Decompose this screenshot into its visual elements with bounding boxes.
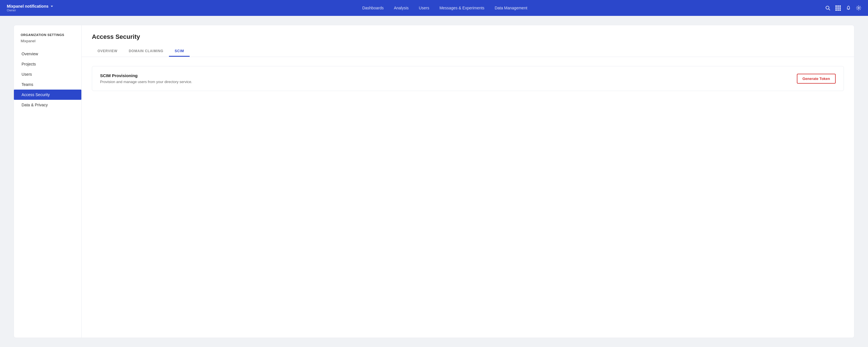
nav-dashboards[interactable]: Dashboards	[362, 4, 384, 11]
search-icon[interactable]	[825, 5, 830, 10]
sidebar-item-data-privacy[interactable]: Data & Privacy	[14, 100, 81, 110]
generate-token-button[interactable]: Generate Token	[797, 74, 836, 84]
sidebar: ORGANIZATION SETTINGS Mixpanel Overview …	[13, 25, 82, 338]
sidebar-item-users[interactable]: Users	[14, 69, 81, 80]
top-nav: Mixpanel notifications Owner Dashboards …	[0, 0, 868, 16]
svg-point-3	[848, 9, 849, 10]
sidebar-org-name: Mixpanel	[14, 38, 81, 49]
tab-bar: OVERVIEW DOMAIN CLAIMING SCIM	[92, 46, 844, 57]
scim-info: SCIM Provisioning Provision and manage u…	[100, 73, 192, 84]
settings-icon[interactable]	[856, 5, 861, 10]
svg-line-1	[829, 9, 830, 10]
sidebar-section-label: ORGANIZATION SETTINGS	[14, 33, 81, 38]
nav-links: Dashboards Analysis Users Messages & Exp…	[64, 4, 825, 11]
nav-users[interactable]: Users	[419, 4, 430, 11]
content-body: SCIM Provisioning Provision and manage u…	[82, 57, 854, 100]
nav-messages-experiments[interactable]: Messages & Experiments	[439, 4, 485, 11]
grid-icon[interactable]	[835, 5, 841, 11]
svg-point-4	[858, 7, 860, 9]
brand-chevron-icon	[51, 6, 53, 7]
sidebar-item-access-security[interactable]: Access Security	[14, 90, 81, 100]
tab-domain-claiming[interactable]: DOMAIN CLAIMING	[123, 46, 169, 57]
page-title: Access Security	[92, 33, 844, 40]
bell-icon[interactable]	[846, 5, 851, 10]
tab-scim[interactable]: SCIM	[169, 46, 190, 57]
nav-data-management[interactable]: Data Management	[495, 4, 527, 11]
scim-title: SCIM Provisioning	[100, 73, 192, 78]
main-content: Access Security OVERVIEW DOMAIN CLAIMING…	[82, 25, 855, 338]
scim-description: Provision and manage users from your dir…	[100, 80, 192, 84]
nav-analysis[interactable]: Analysis	[394, 4, 408, 11]
sidebar-item-projects[interactable]: Projects	[14, 59, 81, 69]
nav-actions	[825, 5, 861, 11]
brand-title: Mixpanel notifications	[7, 4, 53, 8]
scim-card: SCIM Provisioning Provision and manage u…	[92, 66, 844, 91]
tab-overview[interactable]: OVERVIEW	[92, 46, 123, 57]
content-header: Access Security OVERVIEW DOMAIN CLAIMING…	[82, 25, 854, 57]
brand-role: Owner	[7, 8, 53, 12]
sidebar-item-overview[interactable]: Overview	[14, 49, 81, 59]
sidebar-item-teams[interactable]: Teams	[14, 80, 81, 90]
brand[interactable]: Mixpanel notifications Owner	[7, 4, 53, 12]
page-body: ORGANIZATION SETTINGS Mixpanel Overview …	[0, 16, 868, 347]
